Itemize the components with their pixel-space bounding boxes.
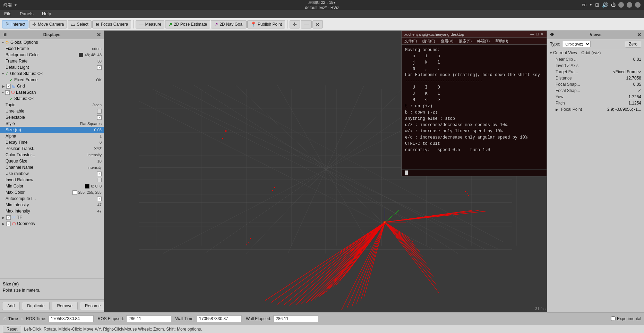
min-intensity-row[interactable]: Min Intensity 47: [0, 202, 104, 208]
global-status-row[interactable]: ▾ ✓ Global Status: Ok: [0, 70, 104, 77]
views-focal-shape-visible[interactable]: Focal Shap... ✓: [547, 88, 644, 94]
tf-checkbox[interactable]: ✓: [6, 215, 11, 220]
terminal-close-icon[interactable]: ✕: [541, 32, 544, 36]
invert-rainbow-checkbox[interactable]: [97, 178, 102, 182]
window-close-icon[interactable]: [635, 2, 641, 8]
autocompute-row[interactable]: Autocompute I... ✓: [0, 195, 104, 202]
toolbar-interact[interactable]: 🖱 Interact: [2, 20, 28, 28]
term-menu-terminal[interactable]: 终端(T): [477, 39, 490, 44]
term-menu-search[interactable]: 搜索(S): [459, 39, 472, 44]
displays-close-icon[interactable]: ✕: [97, 32, 101, 38]
experimental-checkbox[interactable]: [611, 316, 616, 321]
terminal-menubar: 文件(F) 编辑(E) 查看(V) 搜索(S) 终端(T) 帮助(H): [402, 38, 547, 45]
toolbar-focus-camera[interactable]: ⊕ Focus Camera: [92, 20, 131, 28]
term-menu-view[interactable]: 查看(V): [441, 39, 454, 44]
unreliable-row[interactable]: Unreliable: [0, 108, 104, 114]
odometry-checkbox[interactable]: ✓: [6, 222, 11, 226]
terminal-input[interactable]: [402, 169, 547, 176]
time-close-icon[interactable]: ×: [21, 316, 23, 321]
views-focal-point[interactable]: ▶ Focal Point 2.9; -0.89056; -1...: [547, 106, 644, 113]
global-status-fixed-frame-row[interactable]: ✓ Fixed Frame OK: [0, 77, 104, 83]
laserscan-checkbox[interactable]: ✓: [5, 90, 10, 95]
publish-icon: 📍: [250, 22, 256, 27]
views-zero-button[interactable]: Zero: [625, 41, 641, 48]
default-light-row[interactable]: Default Light ✓: [0, 64, 104, 70]
color-transform-value: Intensity: [87, 153, 102, 157]
menu-file[interactable]: File: [3, 10, 13, 17]
rename-button[interactable]: Rename: [80, 302, 104, 310]
topic-row[interactable]: Topic /scan: [0, 102, 104, 108]
queue-size-row[interactable]: Queue Size 10: [0, 158, 104, 164]
odometry-row[interactable]: ▶ ✓ ⬡ Odometry: [0, 220, 104, 227]
term-menu-file[interactable]: 文件(F): [404, 39, 417, 44]
wall-elapsed-input[interactable]: [273, 315, 318, 322]
color-transform-row[interactable]: Color Transfor... Intensity: [0, 152, 104, 158]
add-button[interactable]: Add: [2, 302, 20, 310]
term-menu-help[interactable]: 帮助(H): [495, 39, 508, 44]
alpha-row[interactable]: Alpha 1: [0, 133, 104, 139]
locale-dropdown-icon[interactable]: ▼: [589, 3, 592, 7]
decay-time-row[interactable]: Decay Time 0: [0, 139, 104, 145]
selectable-checkbox[interactable]: ✓: [97, 115, 102, 120]
views-near-clip[interactable]: Near Clip ... 0.01: [547, 56, 644, 63]
toolbar-measure[interactable]: — Measure: [136, 20, 164, 28]
svg-point-80: [384, 222, 385, 223]
views-invert-z[interactable]: Invert Z Axis: [547, 63, 644, 69]
window-maximize-icon[interactable]: [627, 2, 632, 8]
grid-checkbox[interactable]: ✓: [6, 84, 11, 89]
style-row[interactable]: Style Flat Squares: [0, 120, 104, 127]
toolbar-2d-nav[interactable]: ↗ 2D Nav Goal: [211, 20, 247, 28]
views-focal-shape-size[interactable]: Focal Shap... 0.05: [547, 81, 644, 88]
viewport-3d[interactable]: xuchenyang@xuchenyang-desktop — □ ✕ 文件(F…: [104, 31, 547, 312]
laserscan-row[interactable]: ▾ ✓ ⬡ LaserScan: [0, 89, 104, 95]
max-intensity-row[interactable]: Max Intensity 47: [0, 208, 104, 214]
views-pitch[interactable]: Pitch 1.1254: [547, 100, 644, 106]
toolbar-select[interactable]: ▭ Select: [68, 20, 91, 28]
menu-panels[interactable]: Panels: [18, 10, 35, 17]
term-menu-edit[interactable]: 编辑(E): [422, 39, 435, 44]
ros-elapsed-input[interactable]: [126, 315, 171, 322]
background-color-row[interactable]: Background Color 48; 48; 48: [0, 52, 104, 58]
use-rainbow-row[interactable]: Use rainbow ✓: [0, 170, 104, 177]
ros-time-input[interactable]: [49, 315, 94, 322]
position-transform-row[interactable]: Position Transf... XYZ: [0, 145, 104, 152]
views-distance[interactable]: Distance 12.7058: [547, 75, 644, 81]
unreliable-checkbox[interactable]: [97, 109, 102, 114]
frame-rate-row[interactable]: Frame Rate 30: [0, 58, 104, 64]
selectable-row[interactable]: Selectable ✓: [0, 114, 104, 120]
remove-button[interactable]: Remove: [52, 302, 78, 310]
duplicate-button[interactable]: Duplicate: [22, 302, 50, 310]
size-row[interactable]: Size (m) 0.03: [0, 127, 104, 133]
toolbar-publish-point[interactable]: 📍 Publish Point: [247, 20, 285, 28]
default-light-checkbox[interactable]: ✓: [97, 65, 102, 70]
views-close-icon[interactable]: ✕: [637, 32, 641, 38]
autocompute-checkbox[interactable]: ✓: [97, 197, 102, 201]
titlebar-dropdown-icon[interactable]: ▼: [14, 3, 17, 7]
tf-row[interactable]: ▶ ✓ ⟳ TF: [0, 214, 104, 220]
toolbar-extra3[interactable]: ⊙: [312, 20, 323, 28]
menu-help[interactable]: Help: [41, 10, 53, 17]
views-target-frame[interactable]: Target Fra... <Fixed Frame>: [547, 69, 644, 75]
min-color-row[interactable]: Min Color 0; 0; 0: [0, 183, 104, 189]
toolbar-extra2[interactable]: —: [301, 20, 312, 28]
max-color-row[interactable]: Max Color 255; 255; 255: [0, 189, 104, 195]
wall-time-input[interactable]: [197, 315, 242, 322]
window-minimize-icon[interactable]: [618, 2, 624, 8]
decay-time-value: 0: [100, 140, 102, 144]
toolbar-extra1[interactable]: ✛: [290, 20, 300, 28]
grid-row[interactable]: ▶ ✓ ⊞ Grid: [0, 83, 104, 89]
views-yaw[interactable]: Yaw 1.7254: [547, 94, 644, 100]
use-rainbow-checkbox[interactable]: ✓: [97, 172, 102, 176]
fixed-frame-row[interactable]: Fixed Frame odom: [0, 45, 104, 52]
terminal-maximize-icon[interactable]: □: [536, 32, 539, 36]
toolbar-move-camera[interactable]: ✛ Move Camera: [29, 20, 67, 28]
channel-name-row[interactable]: Channel Name intensity: [0, 164, 104, 170]
global-options-row[interactable]: ▾ ⚙ Global Options: [0, 39, 104, 45]
reset-button[interactable]: Reset: [3, 326, 21, 333]
locale-indicator[interactable]: en: [582, 2, 586, 7]
invert-rainbow-row[interactable]: Invert Rainbow: [0, 177, 104, 183]
terminal-minimize-icon[interactable]: —: [530, 32, 534, 36]
laserscan-status-row[interactable]: ✓ Status: Ok: [0, 95, 104, 102]
views-type-select[interactable]: Orbit (rviz): [562, 41, 591, 47]
toolbar-2d-pose[interactable]: ↗ 2D Pose Estimate: [165, 20, 210, 28]
